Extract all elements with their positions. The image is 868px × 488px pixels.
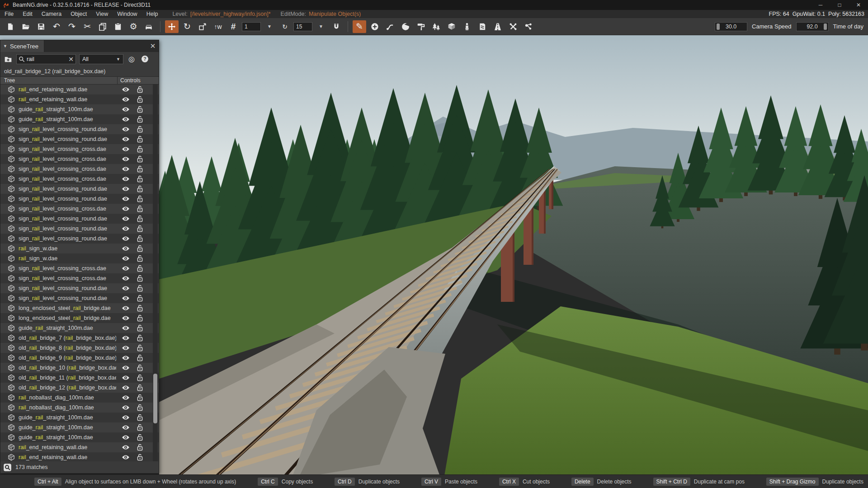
visibility-eye-icon[interactable] — [122, 86, 130, 93]
lock-icon[interactable] — [137, 454, 143, 461]
visibility-eye-icon[interactable] — [122, 444, 130, 450]
tree-row[interactable]: guide_rail_straight_100m.dae — [0, 413, 159, 422]
character-icon[interactable] — [460, 20, 474, 33]
world-axis-icon[interactable]: ↑w — [211, 20, 225, 33]
visibility-eye-icon[interactable] — [122, 275, 130, 282]
terrain-brush-icon[interactable] — [399, 20, 412, 33]
maximize-button[interactable]: □ — [830, 0, 849, 10]
lock-icon[interactable] — [137, 175, 143, 183]
tree-row[interactable]: sign_rail_level_crossing_round.dae — [0, 194, 159, 204]
tree-scrollbar-thumb[interactable] — [153, 374, 157, 423]
tree-row[interactable]: rail_sign_w.dae — [0, 253, 159, 263]
tree-row[interactable]: guide_rail_straight_100m.dae — [0, 114, 159, 124]
menu-file[interactable]: File — [0, 10, 18, 18]
lock-icon[interactable] — [137, 235, 143, 242]
tree-row[interactable]: long_enclosed_steel_rail_bridge.dae — [0, 303, 159, 313]
river-icon[interactable] — [476, 20, 489, 33]
lock-icon[interactable] — [137, 444, 143, 451]
tree-row[interactable]: rail_end_retaining_wall.dae — [0, 442, 159, 452]
tree-row[interactable]: long_enclosed_steel_rail_bridge.dae — [0, 313, 159, 323]
visibility-eye-icon[interactable] — [122, 116, 130, 122]
tree-row[interactable]: sign_rail_level_crossing_cross.dae — [0, 164, 159, 174]
tree-row[interactable]: sign_rail_level_crossing_round.dae — [0, 184, 159, 194]
tree-row[interactable]: rail_sign_w.dae — [0, 244, 159, 253]
redo-icon[interactable]: ↷ — [65, 20, 79, 33]
visibility-eye-icon[interactable] — [122, 345, 130, 351]
visibility-eye-icon[interactable] — [122, 434, 130, 441]
node-graph-icon[interactable] — [522, 20, 535, 33]
camera-speed-field[interactable]: 30.0 — [715, 22, 747, 31]
visibility-eye-icon[interactable] — [122, 454, 130, 460]
paste-icon[interactable] — [111, 20, 125, 33]
scale-icon[interactable] — [196, 20, 209, 33]
road-icon[interactable] — [491, 20, 505, 33]
tree-row[interactable]: rail_end_retaining_wall.dae — [0, 84, 159, 94]
panel-close-icon[interactable]: ✕ — [147, 42, 159, 50]
visibility-eye-icon[interactable] — [122, 225, 130, 232]
visibility-eye-icon[interactable] — [122, 305, 130, 311]
tree-scrollbar[interactable] — [153, 84, 158, 461]
forest-icon[interactable] — [429, 20, 443, 33]
lock-icon[interactable] — [137, 195, 143, 202]
close-button[interactable]: ✕ — [849, 0, 868, 10]
search-input[interactable] — [27, 56, 66, 62]
lock-icon[interactable] — [137, 225, 143, 232]
add-circle-icon[interactable] — [368, 20, 382, 33]
help-button[interactable]: ? — [140, 54, 150, 64]
tree-row[interactable]: rail_end_retaining_wall.dae — [0, 452, 159, 461]
tree-row[interactable]: sign_rail_level_crossing_cross.dae — [0, 273, 159, 283]
visibility-eye-icon[interactable] — [122, 424, 130, 431]
clear-search-icon[interactable]: ✕ — [68, 56, 74, 63]
visibility-eye-icon[interactable] — [122, 166, 130, 172]
visibility-eye-icon[interactable] — [122, 186, 130, 192]
lock-icon[interactable] — [137, 295, 143, 302]
tree-row[interactable]: guide_rail_straight_100m.dae — [0, 104, 159, 114]
lock-icon[interactable] — [137, 86, 143, 93]
lock-icon[interactable] — [137, 434, 143, 441]
tree-row[interactable]: sign_rail_level_crossing_round.dae — [0, 214, 159, 224]
tree-row[interactable]: sign_rail_level_crossing_round.dae — [0, 124, 159, 134]
lock-icon[interactable] — [137, 305, 143, 312]
grid-snap-value-input[interactable] — [242, 22, 261, 31]
tree-row[interactable]: sign_rail_level_crossing_round.dae — [0, 293, 159, 303]
lock-icon[interactable] — [137, 245, 143, 252]
lock-icon[interactable] — [137, 374, 143, 381]
tree-row[interactable]: old_rail_bridge_11 (rail_bridge_box.dae) — [0, 373, 159, 383]
new-file-icon[interactable] — [4, 20, 17, 33]
menu-camera[interactable]: Camera — [37, 10, 66, 18]
menu-edit[interactable]: Edit — [18, 10, 37, 18]
mesh-tools-icon[interactable] — [506, 20, 520, 33]
visibility-eye-icon[interactable] — [122, 136, 130, 142]
lock-icon[interactable] — [137, 334, 143, 342]
rotate-snap-icon[interactable]: ↻ — [278, 20, 292, 33]
menu-help[interactable]: Help — [142, 10, 163, 18]
visibility-eye-icon[interactable] — [122, 315, 130, 321]
lock-icon[interactable] — [137, 96, 143, 103]
tree-row[interactable]: guide_rail_straight_100m.dae — [0, 422, 159, 432]
tree-row[interactable]: sign_rail_level_crossing_round.dae — [0, 283, 159, 293]
lock-icon[interactable] — [137, 324, 143, 332]
add-folder-button[interactable] — [3, 54, 13, 64]
visibility-eye-icon[interactable] — [122, 235, 130, 242]
visibility-eye-icon[interactable] — [122, 216, 130, 222]
tree-row[interactable]: rail_noballast_diag_100m.dae — [0, 403, 159, 413]
lock-icon[interactable] — [137, 314, 143, 322]
undo-icon[interactable]: ↶ — [50, 20, 63, 33]
visibility-eye-icon[interactable] — [122, 196, 130, 202]
rotate-icon[interactable]: ↻ — [180, 20, 194, 33]
tree-row[interactable]: sign_rail_level_crossing_round.dae — [0, 224, 159, 234]
tree-row[interactable]: guide_rail_straight_100m.dae — [0, 323, 159, 333]
lock-icon[interactable] — [137, 136, 143, 143]
lock-icon[interactable] — [137, 404, 143, 411]
minimize-button[interactable]: ─ — [811, 0, 830, 10]
visibility-eye-icon[interactable] — [122, 106, 130, 113]
lock-icon[interactable] — [137, 414, 143, 421]
save-icon[interactable] — [34, 20, 48, 33]
lock-icon[interactable] — [137, 145, 143, 153]
visibility-eye-icon[interactable] — [122, 335, 130, 341]
tree-row[interactable]: rail_end_retaining_wall.dae — [0, 94, 159, 104]
visibility-eye-icon[interactable] — [122, 325, 130, 331]
visibility-eye-icon[interactable] — [122, 404, 130, 411]
tree-row[interactable]: sign_rail_level_crossing_cross.dae — [0, 204, 159, 214]
lock-icon[interactable] — [137, 364, 143, 371]
